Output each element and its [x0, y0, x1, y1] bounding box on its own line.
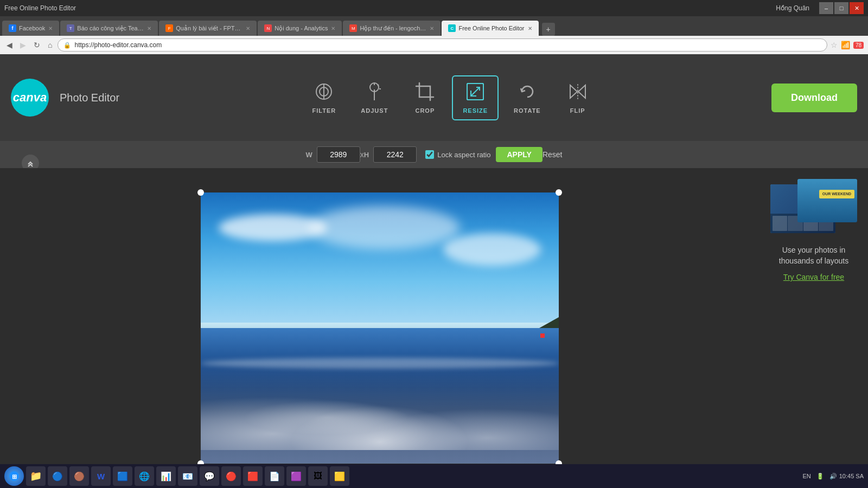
tool-filter[interactable]: FILTER: [302, 76, 346, 119]
height-label: H: [364, 151, 369, 159]
close-button[interactable]: ✕: [850, 2, 864, 14]
rss-icon[interactable]: 📶: [841, 41, 850, 49]
sidebar-promo: OUR WEEKEND Use your photos in thousands…: [760, 168, 868, 488]
flip-icon: [568, 82, 588, 104]
tool-crop[interactable]: CROP: [403, 76, 446, 119]
resize-handle-tl[interactable]: [197, 189, 204, 196]
taskbar-app2[interactable]: 🔵: [48, 466, 67, 486]
title-bar: Free Online Photo Editor Hồng Quân – □ ✕: [0, 0, 868, 16]
tab-icon-teams: T: [67, 24, 74, 32]
lock-checkbox[interactable]: [425, 150, 434, 159]
taskbar-app11[interactable]: 🟥: [243, 466, 263, 486]
tool-resize[interactable]: RESIZE: [452, 75, 499, 120]
image-container: [201, 192, 559, 464]
toolbar: FILTER ADJUST: [152, 75, 750, 120]
lock-aspect-group: Lock aspect ratio: [425, 150, 490, 159]
taskbar-files[interactable]: 📁: [26, 466, 46, 486]
tab-close-gmail[interactable]: ✕: [430, 25, 434, 31]
tab-label-fpt: Quản lý bài viết - FPTSho...: [176, 25, 242, 32]
width-field-group: W: [306, 146, 360, 163]
tab-label-facebook: Facebook: [19, 25, 45, 31]
taskbar-app10[interactable]: 🔴: [221, 466, 241, 486]
lock-icon: 🔒: [63, 42, 71, 49]
new-tab-button[interactable]: +: [542, 23, 555, 36]
address-bar: ◀ ▶ ↻ ⌂ 🔒 https://photo-editor.canva.com…: [0, 36, 868, 54]
app-title: Photo Editor: [60, 92, 119, 104]
taskbar-chrome[interactable]: 🌐: [135, 466, 154, 486]
home-button[interactable]: ⌂: [46, 40, 54, 50]
svg-line-19: [471, 87, 480, 96]
svg-text:⊞: ⊞: [12, 473, 17, 480]
url-display: https://photo-editor.canva.com: [74, 41, 162, 49]
tab-teams[interactable]: T Báo cáo công việc Team... ✕: [60, 21, 158, 36]
promo-link[interactable]: Try Canva for free: [783, 273, 844, 281]
height-field-group: H: [364, 146, 417, 163]
promo-tag-line1: OUR WEEKEND: [822, 192, 851, 196]
maximize-button[interactable]: □: [834, 2, 848, 14]
tabs-bar: f Facebook ✕ T Báo cáo công việc Team...…: [0, 16, 868, 36]
title-bar-info: Free Online Photo Editor: [4, 4, 76, 12]
tab-icon-fpt: F: [165, 24, 173, 32]
canvas-image[interactable]: [201, 192, 559, 464]
height-input[interactable]: [373, 146, 417, 163]
resize-handle-tr[interactable]: [556, 189, 562, 196]
tab-label-analytics: Nội dung - Analytics: [275, 25, 328, 32]
extensions-badge: 78: [853, 42, 864, 49]
volume-icon: 🔊: [829, 473, 837, 480]
taskbar-app3[interactable]: 🟤: [69, 466, 89, 486]
promo-image-front: OUR WEEKEND: [797, 179, 857, 222]
taskbar-app15[interactable]: 🟨: [330, 466, 349, 486]
taskbar-app8[interactable]: 📧: [178, 466, 197, 486]
promo-tag: OUR WEEKEND: [819, 190, 854, 198]
taskbar-app14[interactable]: 🖼: [308, 466, 328, 486]
crop-label: CROP: [415, 107, 435, 114]
tab-close-teams[interactable]: ✕: [147, 25, 151, 31]
tab-fpt[interactable]: F Quản lý bài viết - FPTSho... ✕: [159, 21, 257, 36]
tab-close-fpt[interactable]: ✕: [246, 25, 250, 31]
back-button[interactable]: ◀: [4, 40, 15, 50]
tab-analytics[interactable]: N Nội dung - Analytics ✕: [258, 21, 342, 36]
svg-marker-21: [578, 85, 585, 98]
foam-spots: [201, 369, 559, 450]
tab-label-teams: Báo cáo công việc Team...: [77, 25, 144, 32]
taskbar-app12[interactable]: 📄: [265, 466, 284, 486]
cloud-3: [443, 233, 541, 266]
refresh-button[interactable]: ↻: [31, 40, 42, 50]
tool-flip[interactable]: FLIP: [556, 76, 599, 119]
systray: EN 🔋 🔊: [802, 473, 837, 480]
canvas-area: [0, 168, 760, 488]
apply-button[interactable]: APPLY: [496, 147, 542, 162]
taskbar-app7[interactable]: 📊: [156, 466, 176, 486]
system-clock: 10:45 SA: [839, 473, 864, 479]
battery-icon: 🔋: [816, 473, 824, 480]
tab-canva[interactable]: C Free Online Photo Editor ✕: [442, 21, 538, 36]
tool-adjust[interactable]: ADJUST: [351, 76, 398, 119]
resize-icon: [465, 82, 485, 104]
tool-rotate[interactable]: ROTATE: [504, 76, 551, 119]
taskbar-app5[interactable]: 🟦: [113, 466, 132, 486]
filter-label: FILTER: [312, 107, 336, 114]
forward-button[interactable]: ▶: [18, 40, 28, 50]
taskbar-app13[interactable]: 🟪: [286, 466, 306, 486]
taskbar-word[interactable]: W: [91, 466, 111, 486]
star-icon[interactable]: ☆: [831, 41, 838, 49]
tab-label-canva: Free Online Photo Editor: [458, 25, 524, 31]
tab-gmail[interactable]: M Hộp thư đến - lengochon... ✕: [343, 21, 441, 36]
reset-button[interactable]: Reset: [542, 150, 563, 159]
width-input[interactable]: [317, 146, 360, 163]
tab-icon-analytics: N: [264, 24, 272, 32]
start-button[interactable]: ⊞: [4, 466, 24, 486]
tab-close-canva[interactable]: ✕: [528, 25, 532, 31]
tab-close-analytics[interactable]: ✕: [331, 25, 335, 31]
tab-icon-facebook: f: [9, 24, 16, 32]
download-button[interactable]: Download: [771, 84, 857, 112]
minimize-button[interactable]: –: [819, 2, 833, 14]
taskbar-app9[interactable]: 💬: [200, 466, 219, 486]
tab-close-facebook[interactable]: ✕: [48, 25, 53, 31]
lock-label: Lock aspect ratio: [437, 151, 490, 159]
tab-facebook[interactable]: f Facebook ✕: [2, 21, 59, 36]
canva-logo[interactable]: canva: [11, 79, 49, 117]
address-field[interactable]: 🔒 https://photo-editor.canva.com: [58, 38, 827, 52]
app-header: canva Photo Editor FILTER: [0, 54, 868, 141]
window-controls: – □ ✕: [819, 2, 864, 14]
